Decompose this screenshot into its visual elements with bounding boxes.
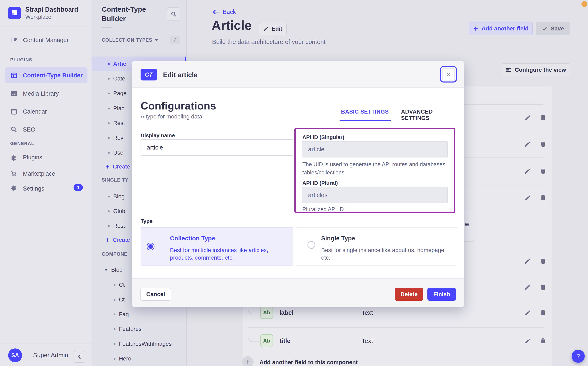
sidebar-item-marketplace[interactable]: Marketplace (5, 166, 87, 181)
layout-lines-icon (506, 67, 512, 72)
brand-name: Strapi Dashboard (25, 6, 78, 14)
search-button[interactable] (167, 7, 180, 21)
sidebar-item-calendar[interactable]: Calendar (5, 104, 87, 119)
field-type: Text (362, 309, 373, 316)
pencil-icon[interactable] (524, 141, 531, 147)
settings-notification-badge: 1 (74, 184, 83, 191)
field-name: title (280, 337, 290, 344)
sidebar-item-content-type-builder[interactable]: Content-Type Builder (5, 67, 87, 83)
trash-icon[interactable] (540, 114, 546, 121)
cancel-button[interactable]: Cancel (140, 288, 171, 301)
user-avatar[interactable]: SA (8, 348, 22, 362)
back-link[interactable]: Back (213, 8, 236, 15)
bullet-icon (108, 78, 110, 80)
sidebar-item-label: Plugins (23, 154, 42, 161)
pencil-icon[interactable] (524, 114, 531, 121)
tab-advanced-settings[interactable]: ADVANCED SETTINGS (401, 109, 443, 121)
component-item[interactable]: FeaturesWithImages (92, 336, 186, 351)
trash-icon[interactable] (540, 194, 546, 201)
calendar-icon (10, 108, 18, 115)
single-type-card[interactable]: Single Type Best for single instance lik… (296, 227, 457, 266)
field-type: Text (362, 337, 373, 344)
radio-unselected-icon[interactable] (307, 241, 315, 249)
pencil-icon[interactable] (524, 194, 531, 201)
text-field-type-badge: Ab (260, 306, 273, 319)
pencil-icon[interactable] (524, 168, 531, 175)
close-icon (446, 71, 451, 77)
search-icon (171, 11, 176, 17)
page-title: Article (212, 18, 252, 33)
sidebar-item-label: Content Manager (23, 37, 69, 44)
pencil-icon[interactable] (524, 338, 531, 344)
sidebar-item-media-library[interactable]: Media Library (5, 86, 87, 101)
add-another-field-button[interactable]: Add another field (469, 22, 533, 35)
trash-icon[interactable] (540, 168, 546, 175)
add-field-to-component-button[interactable] (242, 356, 253, 366)
user-name: Super Admin (33, 352, 68, 359)
collapse-sidebar-button[interactable] (74, 351, 85, 363)
tab-basic-settings[interactable]: BASIC SETTINGS (341, 109, 389, 115)
collection-types-label: COLLECTION TYPES (102, 37, 152, 43)
collection-type-desc: Best for multiple instances like article… (170, 246, 284, 261)
subsidebar-title: Content-Type Builder (102, 5, 165, 23)
single-types-header[interactable]: SINGLE TY (102, 177, 128, 183)
help-button[interactable]: ? (572, 350, 585, 363)
sidebar-item-content-manager[interactable]: Content Manager (5, 33, 87, 47)
check-icon (542, 26, 547, 31)
display-name-input[interactable] (141, 139, 293, 156)
bullet-icon (114, 284, 115, 286)
configure-the-view-button[interactable]: Configure the view (502, 63, 570, 76)
brand[interactable]: Strapi Dashboard Workplace (8, 6, 78, 20)
delete-button[interactable]: Delete (395, 288, 423, 301)
bullet-icon (108, 137, 110, 139)
finish-button[interactable]: Finish (428, 288, 456, 301)
text-field-type-badge: Ab (260, 334, 273, 347)
configurations-heading: Configurations (141, 100, 216, 112)
radio-selected-icon[interactable] (147, 243, 154, 250)
page-subtitle: Build the data architecture of your cont… (212, 38, 325, 45)
pencil-icon (263, 26, 268, 31)
title-divider (102, 27, 112, 28)
content-manager-icon (10, 36, 18, 44)
bullet-icon (114, 299, 115, 301)
trash-icon[interactable] (540, 258, 546, 265)
pencil-icon[interactable] (524, 309, 531, 316)
edit-article-modal: CT Edit article Configurations A type fo… (132, 61, 464, 307)
sidebar-item-plugins[interactable]: Plugins (5, 150, 87, 165)
component-item[interactable]: Features (92, 322, 186, 336)
plus-icon (245, 359, 251, 365)
field-name: label (280, 309, 293, 316)
puzzle-icon (10, 153, 18, 161)
trash-icon[interactable] (540, 309, 546, 316)
bullet-icon (108, 108, 110, 109)
media-library-icon (10, 90, 18, 97)
sidebar-item-label: SEO (23, 126, 35, 133)
api-id-plural-input[interactable] (302, 187, 448, 203)
components-header[interactable]: COMPONE (102, 252, 128, 257)
close-button[interactable] (440, 66, 457, 83)
bullet-icon (114, 313, 115, 315)
bullet-icon (114, 328, 115, 330)
add-field-to-component-label[interactable]: Add another field to this component (260, 359, 358, 366)
bullet-icon (114, 358, 115, 360)
component-item[interactable]: Hero (92, 351, 186, 366)
save-button[interactable]: Save (536, 22, 570, 35)
sidebar-item-label: Settings (23, 185, 44, 192)
sidebar-item-seo[interactable]: SEO (5, 122, 87, 137)
api-id-singular-input[interactable] (302, 141, 448, 158)
collection-type-card[interactable]: Collection Type Best for multiple instan… (141, 227, 293, 266)
trash-icon[interactable] (540, 284, 546, 291)
sidebar-divider (0, 27, 92, 27)
chevron-left-icon (77, 354, 82, 359)
row-divider (248, 327, 543, 328)
modal-header: CT Edit article (132, 61, 464, 88)
pencil-icon[interactable] (524, 258, 531, 265)
cart-icon (10, 170, 18, 177)
chevron-down-icon (104, 269, 108, 271)
component-item[interactable]: Faq (92, 307, 186, 322)
trash-icon[interactable] (540, 141, 546, 147)
trash-icon[interactable] (540, 338, 546, 344)
collection-types-header[interactable]: COLLECTION TYPES (102, 37, 158, 43)
edit-button[interactable]: Edit (259, 23, 287, 35)
pencil-icon[interactable] (524, 284, 531, 291)
